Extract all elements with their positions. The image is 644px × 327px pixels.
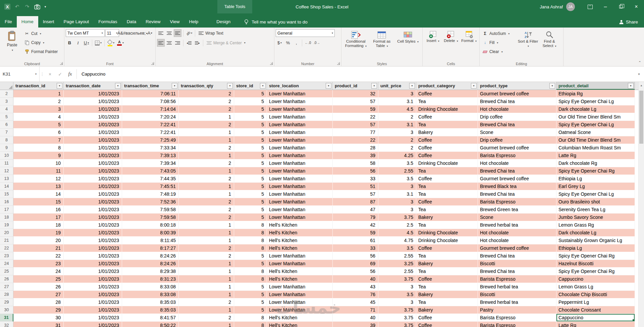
row-header-16[interactable]: 16 — [0, 198, 13, 206]
cell-transaction_qty-r3[interactable]: 2 — [179, 98, 234, 105]
cell-transaction_time-r28[interactable]: 8:33:08 — [122, 291, 179, 298]
row-header-23[interactable]: 23 — [0, 252, 13, 260]
row-header-13[interactable]: 13 — [0, 175, 13, 183]
font-size-select[interactable]: 11▾ — [105, 29, 119, 37]
cell-transaction_qty-r22[interactable]: 2 — [179, 244, 234, 252]
cell-product_id-r9[interactable]: 28 — [333, 144, 378, 152]
column-header-transaction_qty[interactable]: transaction_qty▾ — [179, 82, 234, 90]
cell-store_location-r9[interactable]: Lower Manhattan — [267, 144, 333, 152]
cell-transaction_id-r4[interactable]: 3 — [13, 105, 64, 113]
cell-transaction_time-r3[interactable]: 7:08:56 — [122, 98, 179, 105]
cell-store_id-r14[interactable]: 5 — [234, 183, 267, 190]
cell-product_detail-r30[interactable]: Chocolate Croissant — [556, 306, 635, 314]
cell-transaction_qty-r23[interactable]: 2 — [179, 252, 234, 260]
cell-product_id-r11[interactable]: 58 — [333, 159, 378, 167]
cell-store_id-r24[interactable]: 5 — [234, 260, 267, 268]
cell-transaction_id-r20[interactable]: 19 — [13, 229, 64, 237]
cell-product_type-r13[interactable]: Gourmet brewed coffee — [478, 175, 556, 183]
cell-transaction_date-r28[interactable]: 1/01/2023 — [64, 291, 122, 298]
cell-unit_price-r17[interactable]: 3 — [378, 206, 416, 214]
cell-store_id-r15[interactable]: 5 — [234, 190, 267, 198]
cell-product_type-r30[interactable]: Pastry — [478, 306, 556, 314]
clipboard-dialog-launcher[interactable] — [60, 62, 63, 65]
cell-product_id-r16[interactable]: 87 — [333, 198, 378, 206]
increase-decimal-icon[interactable]: ←.0 — [304, 39, 312, 47]
cell-transaction_qty-r6[interactable]: 2 — [179, 121, 234, 129]
cell-product_category-r19[interactable]: Tea — [416, 221, 478, 229]
cell-transaction_qty-r17[interactable]: 2 — [179, 206, 234, 214]
cell-store_location-r18[interactable]: Lower Manhattan — [267, 214, 333, 221]
cell-product_id-r2[interactable]: 32 — [333, 90, 378, 98]
cell-store_id-r32[interactable]: 8 — [234, 322, 267, 327]
cell-product_type-r16[interactable]: Barista Espresso — [478, 198, 556, 206]
cell-store_id-r6[interactable]: 5 — [234, 121, 267, 129]
cell-store_location-r31[interactable]: Hell's Kitchen — [267, 314, 333, 322]
cell-product_id-r15[interactable]: 57 — [333, 190, 378, 198]
cell-product_id-r18[interactable]: 79 — [333, 214, 378, 221]
format-cells-button[interactable]: Format ▾ — [460, 29, 478, 60]
cell-transaction_time-r23[interactable]: 8:24:26 — [122, 252, 179, 260]
cell-unit_price-r19[interactable]: 2.5 — [378, 221, 416, 229]
cell-product_type-r25[interactable]: Brewed Chai tea — [478, 268, 556, 275]
column-header-transaction_date[interactable]: transaction_date▾ — [64, 82, 122, 90]
tab-view[interactable]: View — [165, 16, 184, 28]
cell-store_location-r6[interactable]: Lower Manhattan — [267, 121, 333, 129]
cell-store_id-r11[interactable]: 5 — [234, 159, 267, 167]
cell-product_type-r31[interactable]: Barista Espresso — [478, 314, 556, 322]
align-left-icon[interactable] — [157, 39, 165, 47]
cell-product_type-r24[interactable]: Biscotti — [478, 260, 556, 268]
filter-button-store_location[interactable]: ▾ — [326, 83, 331, 89]
cell-product_category-r31[interactable]: Coffee — [416, 314, 478, 322]
cell-store_location-r7[interactable]: Lower Manhattan — [267, 129, 333, 136]
cell-transaction_qty-r27[interactable]: 1 — [179, 283, 234, 291]
cell-transaction_qty-r20[interactable]: 1 — [179, 229, 234, 237]
cell-product_category-r32[interactable]: Coffee — [416, 322, 478, 327]
cell-transaction_time-r31[interactable]: 8:41:57 — [122, 314, 179, 322]
cell-store_id-r10[interactable]: 5 — [234, 152, 267, 159]
cell-product_detail-r9[interactable]: Columbian Medium Roast Sm — [556, 144, 635, 152]
cell-transaction_qty-r12[interactable]: 1 — [179, 167, 234, 175]
cell-transaction_time-r11[interactable]: 7:39:34 — [122, 159, 179, 167]
cell-transaction_date-r12[interactable]: 1/01/2023 — [64, 167, 122, 175]
row-header-4[interactable]: 4 — [0, 105, 13, 113]
cell-transaction_time-r7[interactable]: 7:22:41 — [122, 129, 179, 136]
cell-product_id-r10[interactable]: 39 — [333, 152, 378, 159]
cell-product_id-r24[interactable]: 69 — [333, 260, 378, 268]
cell-unit_price-r9[interactable]: 2 — [378, 144, 416, 152]
cell-transaction_qty-r14[interactable]: 1 — [179, 183, 234, 190]
cell-product_id-r14[interactable]: 51 — [333, 183, 378, 190]
cell-transaction_qty-r19[interactable]: 1 — [179, 221, 234, 229]
user-name[interactable]: Jana Ashraf — [540, 4, 563, 9]
cell-transaction_time-r16[interactable]: 7:52:36 — [122, 198, 179, 206]
paste-button[interactable]: Paste▾ — [1, 29, 23, 60]
cell-transaction_date-r16[interactable]: 1/01/2023 — [64, 198, 122, 206]
cell-unit_price-r23[interactable]: 2.55 — [378, 252, 416, 260]
cell-transaction_date-r21[interactable]: 1/01/2023 — [64, 237, 122, 244]
cell-transaction_qty-r31[interactable]: 2 — [179, 314, 234, 322]
row-header-15[interactable]: 15 — [0, 190, 13, 198]
cell-transaction_date-r11[interactable]: 1/01/2023 — [64, 159, 122, 167]
cell-product_detail-r3[interactable]: Spicy Eye Opener Chai Lg — [556, 98, 635, 105]
cell-product_detail-r32[interactable]: Latte Rg — [556, 322, 635, 327]
cell-transaction_time-r29[interactable]: 8:35:03 — [122, 298, 179, 306]
cell-product_detail-r28[interactable]: Chocolate Chip Biscotti — [556, 291, 635, 298]
cell-product_type-r12[interactable]: Brewed Chai tea — [478, 167, 556, 175]
cell-product_category-r26[interactable]: Coffee — [416, 275, 478, 283]
cell-transaction_id-r29[interactable]: 28 — [13, 298, 64, 306]
number-dialog-launcher[interactable] — [337, 62, 340, 65]
cell-transaction_qty-r28[interactable]: 1 — [179, 291, 234, 298]
ribbon-display-options-icon[interactable]: ⌃ — [582, 0, 598, 13]
cell-transaction_id-r31[interactable]: 30 — [13, 314, 64, 322]
clear-button[interactable]: Clear▾ — [481, 48, 517, 55]
row-header-26[interactable]: 26 — [0, 275, 13, 283]
cell-transaction_qty-r8[interactable]: 1 — [179, 136, 234, 144]
cell-unit_price-r10[interactable]: 4.25 — [378, 152, 416, 159]
row-header-20[interactable]: 20 — [0, 229, 13, 237]
row-header-17[interactable]: 17 — [0, 206, 13, 214]
cell-product_category-r5[interactable]: Coffee — [416, 113, 478, 121]
cell-store_location-r24[interactable]: Lower Manhattan — [267, 260, 333, 268]
cell-store_location-r23[interactable]: Lower Manhattan — [267, 252, 333, 260]
cell-product_detail-r5[interactable]: Our Old Time Diner Blend Sm — [556, 113, 635, 121]
cell-transaction_time-r2[interactable]: 7:06:11 — [122, 90, 179, 98]
row-header-12[interactable]: 12 — [0, 167, 13, 175]
